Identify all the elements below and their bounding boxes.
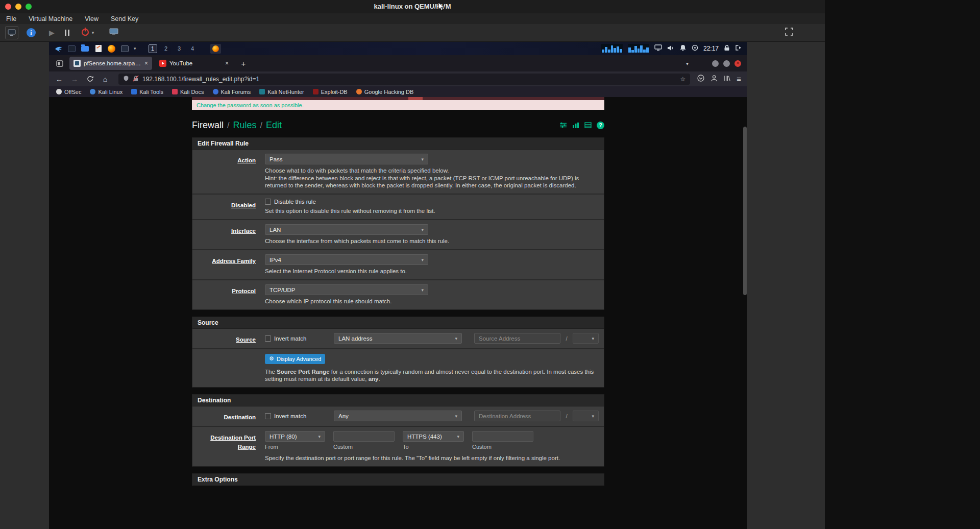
breadcrumb-rules-link[interactable]: Rules (233, 120, 256, 131)
workspace-1[interactable]: 1 (149, 44, 157, 53)
kali-docs-icon (172, 89, 178, 94)
menu-send-key[interactable]: Send Key (111, 15, 138, 22)
workspace-2[interactable]: 2 (162, 44, 170, 53)
mouse-cursor (438, 2, 445, 13)
display-icon[interactable] (654, 44, 662, 53)
menu-file[interactable]: File (6, 15, 16, 22)
launcher-caret-icon[interactable]: ▾ (134, 46, 136, 51)
workspace-4[interactable]: 4 (188, 44, 197, 53)
source-invert-checkbox[interactable]: Invert match (265, 335, 334, 342)
bookmark-kali-linux[interactable]: Kali Linux (90, 89, 122, 95)
checkbox-icon[interactable] (265, 199, 271, 205)
reload-icon[interactable] (84, 74, 96, 85)
firefox-launcher-icon[interactable] (107, 45, 116, 53)
shield-icon[interactable] (123, 75, 129, 84)
table-icon[interactable] (584, 120, 592, 131)
pause-button[interactable] (65, 30, 69, 36)
lock-icon[interactable] (724, 44, 730, 53)
interface-select[interactable]: LAN ▾ (265, 224, 428, 235)
ff-maximize-button[interactable] (723, 60, 730, 67)
fullscreen-icon[interactable] (785, 28, 793, 38)
checkbox-icon[interactable] (265, 335, 271, 342)
menu-view[interactable]: View (85, 15, 99, 22)
bookmark-star-icon[interactable]: ☆ (680, 76, 685, 83)
checkbox-icon[interactable] (265, 413, 271, 419)
filter-status-icon[interactable] (559, 120, 567, 131)
source-type-select[interactable]: LAN address ▾ (334, 333, 462, 344)
menu-icon[interactable]: ≡ (737, 75, 741, 83)
destination-port-range-row: Destination Port Range HTTP (80) ▾ (192, 427, 604, 466)
file-manager-launcher-icon[interactable] (81, 45, 89, 53)
zoom-window-button[interactable] (26, 4, 32, 10)
destination-invert-checkbox[interactable]: Invert match (265, 413, 334, 419)
destination-mask-select[interactable]: ▾ (573, 411, 599, 421)
change-password-link[interactable]: Change the password as soon as possible. (197, 102, 304, 108)
insecure-lock-icon[interactable] (133, 75, 139, 84)
text-editor-launcher-icon[interactable] (94, 45, 103, 53)
tab-pfsense[interactable]: pfSense.home.arpa - Fire × (69, 57, 152, 70)
tab-youtube[interactable]: YouTube × (155, 57, 233, 70)
source-mask-select[interactable]: ▾ (573, 333, 599, 344)
tab-close-icon[interactable]: × (144, 60, 148, 67)
port-to-select[interactable]: HTTPS (443) ▾ (403, 431, 464, 442)
home-icon[interactable]: ⌂ (99, 74, 111, 85)
cpu-graph (601, 44, 623, 53)
disable-rule-checkbox[interactable]: Disable this rule (265, 199, 599, 205)
url-bar[interactable]: 192.168.100.1/firewall_rules_edit.php?id… (118, 74, 690, 85)
workspace-3[interactable]: 3 (175, 44, 184, 53)
menu-virtual-machine[interactable]: Virtual Machine (29, 15, 72, 22)
logout-icon[interactable] (735, 44, 742, 53)
pocket-icon[interactable] (697, 75, 704, 84)
address-family-select[interactable]: IPv4 ▾ (265, 254, 428, 265)
bookmark-offsec[interactable]: OffSec (56, 89, 81, 95)
account-icon[interactable] (710, 75, 718, 84)
app-launcher-icon[interactable] (120, 45, 129, 53)
clock[interactable]: 22:17 (703, 45, 719, 52)
bookmark-exploit-db[interactable]: Exploit-DB (313, 89, 348, 95)
screenshot-button[interactable] (109, 28, 118, 38)
vm-details-button[interactable]: i (27, 28, 36, 37)
shutdown-menu-caret[interactable]: ▾ (92, 30, 94, 35)
source-address-input[interactable]: Source Address (474, 333, 560, 344)
port-from-custom-input[interactable] (333, 431, 395, 442)
bookmark-kali-nethunter[interactable]: Kali NetHunter (259, 89, 304, 95)
library-icon[interactable] (724, 75, 730, 84)
ff-minimize-button[interactable] (712, 60, 719, 67)
chart-icon[interactable] (572, 120, 579, 131)
list-all-tabs-icon[interactable]: ▾ (686, 61, 689, 66)
port-from-select[interactable]: HTTP (80) ▾ (265, 431, 325, 442)
action-select[interactable]: Pass ▾ (265, 154, 428, 164)
destination-type-select[interactable]: Any ▾ (334, 411, 462, 421)
scrollbar-thumb[interactable] (743, 127, 747, 295)
firefox-view-icon[interactable] (53, 57, 66, 69)
disabled-row: Disabled Disable this rule Set this opti… (192, 195, 604, 220)
protocol-select[interactable]: TCP/UDP ▾ (265, 284, 428, 295)
back-icon[interactable]: ← (53, 74, 65, 85)
youtube-icon (159, 60, 166, 67)
minimize-window-button[interactable] (15, 4, 21, 10)
shutdown-button[interactable] (81, 27, 90, 38)
notifications-bell-icon[interactable] (679, 44, 687, 53)
destination-address-input[interactable]: Destination Address (474, 411, 560, 421)
bookmark-google-hacking-db[interactable]: Google Hacking DB (356, 89, 414, 95)
bookmark-kali-forums[interactable]: Kali Forums (213, 89, 251, 95)
display-advanced-button[interactable]: ⚙ Display Advanced (265, 354, 325, 364)
firefox-task-button[interactable] (210, 44, 221, 54)
terminal-launcher-icon[interactable] (67, 45, 76, 53)
help-icon[interactable]: ? (597, 122, 604, 129)
close-window-button[interactable] (5, 4, 11, 10)
volume-icon[interactable] (667, 44, 674, 53)
source-label: Source (236, 336, 256, 343)
bookmark-kali-tools[interactable]: Kali Tools (131, 89, 163, 95)
new-tab-button[interactable]: + (238, 59, 249, 68)
port-to-custom-input[interactable] (472, 431, 533, 442)
address-family-help: Select the Internet Protocol version thi… (265, 268, 599, 275)
tab-close-icon[interactable]: × (225, 60, 229, 67)
bookmark-kali-docs[interactable]: Kali Docs (172, 89, 204, 95)
ff-close-button[interactable]: × (734, 60, 741, 67)
console-button[interactable] (5, 26, 18, 39)
kali-logo-icon[interactable] (54, 45, 63, 53)
status-circle-icon[interactable] (692, 44, 698, 53)
forward-icon[interactable]: → (68, 74, 81, 85)
run-button[interactable]: ▶ (49, 29, 55, 37)
